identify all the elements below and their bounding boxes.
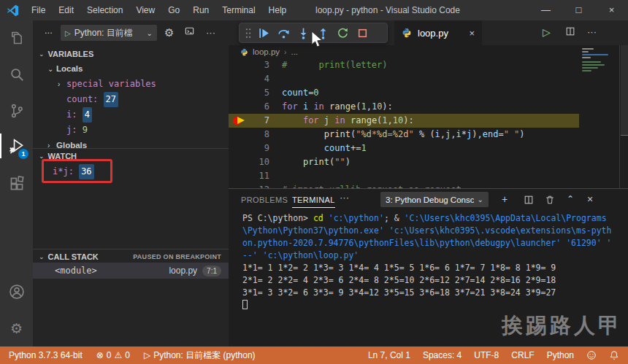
new-terminal-icon[interactable]: + bbox=[502, 192, 508, 206]
indentation-status[interactable]: Spaces: 4 bbox=[423, 350, 462, 360]
cursor-position-status[interactable]: Ln 7, Col 1 bbox=[368, 350, 410, 360]
editor-scrollbar[interactable] bbox=[619, 45, 628, 188]
chevron-down-icon: ⌄ bbox=[39, 152, 45, 160]
minimap[interactable] bbox=[578, 45, 619, 188]
menu-go[interactable]: Go bbox=[161, 0, 186, 20]
feedback-smiley-icon[interactable] bbox=[586, 350, 597, 360]
problems-status[interactable]: ⊗ 0 ⚠ 0 bbox=[96, 350, 130, 360]
code-line-3[interactable]: 3# print(letter) bbox=[229, 58, 579, 72]
sidebar-more-actions-icon[interactable]: ··· bbox=[206, 26, 215, 40]
menu-edit[interactable]: Edit bbox=[52, 0, 80, 20]
code-line-8[interactable]: 8 print("%d*%d=%2d" % (i,j,i*j),end=" ") bbox=[229, 128, 579, 142]
close-panel-icon[interactable]: × bbox=[587, 192, 593, 206]
minimap-line-mark bbox=[582, 57, 591, 58]
code-line-9[interactable]: 9 count+=1 bbox=[229, 142, 579, 155]
language-mode-status[interactable]: Python bbox=[547, 350, 574, 360]
python-interpreter-status[interactable]: Python 3.7.3 64-bit bbox=[9, 350, 83, 360]
debug-target-status[interactable]: ▷ Python: 目前檔案 (python) bbox=[144, 349, 256, 362]
toolbar-drag-grip[interactable] bbox=[242, 23, 254, 42]
breakpoint-gutter[interactable] bbox=[229, 128, 252, 142]
menu-terminal[interactable]: Terminal bbox=[215, 0, 261, 20]
source-control-icon[interactable] bbox=[0, 96, 33, 125]
search-icon[interactable] bbox=[0, 60, 33, 89]
close-tab-icon[interactable]: × bbox=[469, 28, 475, 39]
eol-status[interactable]: CRLF bbox=[511, 350, 534, 360]
play-icon: ▷ bbox=[144, 350, 150, 360]
debug-badge: 1 bbox=[18, 149, 28, 159]
split-terminal-icon[interactable] bbox=[524, 194, 534, 209]
breakpoint-gutter[interactable] bbox=[229, 72, 252, 86]
editor-code[interactable]: 3# print(letter)45count=06for i in range… bbox=[229, 58, 579, 197]
variable-j-row[interactable]: j: 9 bbox=[33, 123, 229, 138]
breakpoint-gutter[interactable] bbox=[229, 155, 252, 169]
run-python-file-icon[interactable]: ▷ bbox=[543, 26, 551, 38]
code-line-5[interactable]: 5count=0 bbox=[229, 86, 579, 100]
account-icon[interactable] bbox=[0, 277, 33, 306]
variables-section-header[interactable]: ⌄ VARIABLES bbox=[33, 47, 229, 61]
menu-view[interactable]: View bbox=[129, 0, 161, 20]
maximize-panel-icon[interactable]: ⌃ bbox=[567, 192, 574, 206]
scope-locals[interactable]: ⌄ Locals bbox=[33, 61, 229, 77]
terminal-output[interactable]: PS C:\python> cd 'c:\python'; & 'C:\User… bbox=[242, 212, 611, 311]
scrollbar-slider[interactable] bbox=[621, 45, 628, 136]
minimize-button[interactable]: — bbox=[529, 0, 562, 20]
settings-gear-icon[interactable]: ⚙ bbox=[0, 314, 33, 343]
breakpoint-gutter[interactable] bbox=[229, 142, 252, 155]
breadcrumb[interactable]: loop.py › ... bbox=[229, 45, 579, 58]
debug-settings-gear-icon[interactable]: ⚙ bbox=[164, 26, 174, 40]
terminal-picker-dropdown[interactable]: 3: Python Debug Consc ⌄ bbox=[380, 192, 489, 207]
code-line-11[interactable]: 11 bbox=[229, 169, 579, 183]
debug-restart-icon[interactable] bbox=[333, 23, 353, 42]
maximize-button[interactable]: □ bbox=[562, 0, 595, 20]
menu-run[interactable]: Run bbox=[186, 0, 215, 20]
split-editor-icon[interactable] bbox=[565, 26, 575, 39]
encoding-status[interactable]: UTF-8 bbox=[474, 350, 499, 360]
breadcrumb-symbol[interactable]: ... bbox=[291, 47, 298, 56]
explorer-icon[interactable] bbox=[0, 23, 33, 53]
breakpoint-gutter[interactable] bbox=[229, 58, 252, 72]
terminal-picker-label: 3: Python Debug Consc bbox=[386, 195, 474, 204]
scope-globals[interactable]: › Globals bbox=[33, 138, 229, 148]
launch-config-dropdown[interactable]: ▷ Python: 目前檔 ⌄ bbox=[61, 25, 157, 41]
call-stack-frame-row[interactable]: <module> loop.py 7:1 bbox=[33, 263, 229, 279]
kill-terminal-icon[interactable] bbox=[545, 194, 555, 209]
code-line-6[interactable]: 6for i in range(1,10): bbox=[229, 100, 579, 114]
editor-more-actions-icon[interactable]: ··· bbox=[587, 26, 597, 37]
breakpoint-gutter[interactable] bbox=[229, 100, 252, 114]
menu-bar: File Edit Selection View Go Run Terminal… bbox=[25, 0, 293, 20]
tab-problems[interactable]: PROBLEMS bbox=[241, 192, 288, 208]
tab-loop-py[interactable]: loop.py × bbox=[394, 20, 482, 45]
terminal-line: on.python-2020.7.94776\pythonFiles\lib\p… bbox=[242, 237, 611, 249]
debug-continue-icon[interactable] bbox=[254, 23, 274, 42]
warning-icon: ⚠ bbox=[114, 350, 122, 360]
run-and-debug-icon[interactable]: 1 bbox=[0, 131, 33, 160]
call-stack-section-header[interactable]: ⌄ CALL STACK PAUSED ON BREAKPOINT bbox=[33, 249, 229, 263]
editor-group: loop.py × ▷ ··· bbox=[229, 20, 628, 346]
open-debug-console-icon[interactable] bbox=[184, 26, 195, 40]
breakpoint-gutter[interactable] bbox=[229, 169, 252, 183]
breadcrumb-file[interactable]: loop.py bbox=[253, 47, 280, 56]
code-line-4[interactable]: 4 bbox=[229, 72, 579, 86]
menu-file[interactable]: File bbox=[25, 0, 52, 20]
menu-help[interactable]: Help bbox=[262, 0, 294, 20]
tab-terminal[interactable]: TERMINAL bbox=[292, 192, 335, 208]
debug-stop-icon[interactable] bbox=[353, 23, 372, 42]
close-window-button[interactable]: × bbox=[595, 0, 628, 20]
breakpoint-gutter[interactable] bbox=[229, 86, 252, 100]
line-number: 4 bbox=[252, 72, 269, 86]
code-line-10[interactable]: 10 print("") bbox=[229, 155, 579, 169]
red-annotation-box bbox=[42, 159, 112, 183]
special-variables-row[interactable]: › special variables bbox=[33, 77, 229, 92]
chevron-down-icon: ⌄ bbox=[147, 29, 153, 37]
debug-step-over-icon[interactable] bbox=[274, 23, 294, 42]
extensions-icon[interactable] bbox=[0, 169, 33, 198]
paused-breakpoint-icon[interactable] bbox=[229, 114, 252, 128]
terminal-line: PS C:\python> cd 'c:\python'; & 'C:\User… bbox=[242, 212, 611, 225]
code-line-7[interactable]: 7 for j in range(1,10): bbox=[229, 114, 579, 128]
line-number: 11 bbox=[252, 169, 269, 183]
menu-selection[interactable]: Selection bbox=[80, 0, 129, 20]
variable-count-row[interactable]: count: 27 bbox=[33, 92, 229, 107]
panel-tabs-more-icon[interactable]: ··· bbox=[340, 192, 349, 203]
variable-i-row[interactable]: i: 4 bbox=[33, 107, 229, 123]
notifications-bell-icon[interactable] bbox=[609, 350, 619, 360]
